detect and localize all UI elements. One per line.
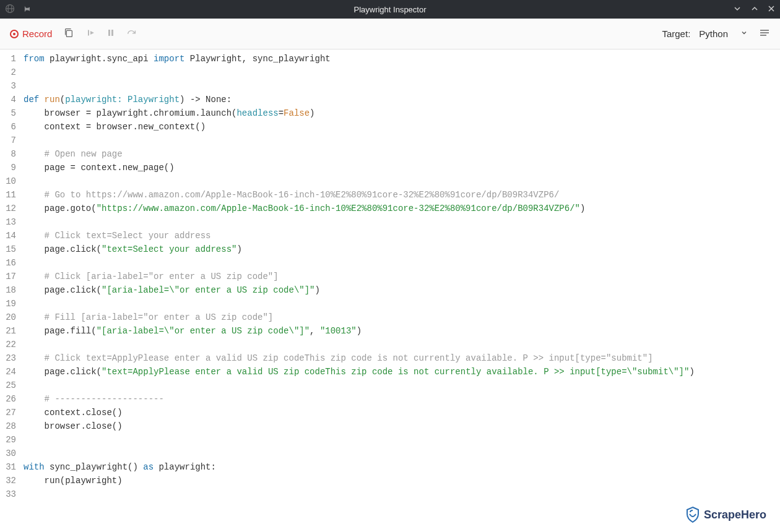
record-icon bbox=[10, 30, 19, 38]
line-number: 8 bbox=[0, 147, 16, 161]
code-line[interactable] bbox=[21, 379, 780, 392]
toolbar-left: Record bbox=[10, 27, 137, 40]
target-dropdown[interactable]: Python bbox=[699, 28, 728, 39]
code-line[interactable] bbox=[21, 134, 780, 147]
code-line[interactable]: page.goto("https://www.amazon.com/Apple-… bbox=[21, 202, 780, 215]
svg-rect-5 bbox=[111, 30, 113, 36]
code-line[interactable] bbox=[21, 433, 780, 447]
code-line[interactable] bbox=[21, 79, 780, 93]
titlebar: Playwright Inspector bbox=[0, 0, 780, 19]
line-number: 20 bbox=[0, 311, 16, 324]
code-editor[interactable]: 1234567891011121314151617181920212223242… bbox=[0, 49, 780, 532]
list-icon[interactable] bbox=[759, 28, 770, 39]
play-icon[interactable] bbox=[85, 28, 95, 40]
copy-icon[interactable] bbox=[63, 27, 74, 40]
line-number: 27 bbox=[0, 406, 16, 419]
code-line[interactable] bbox=[21, 174, 780, 188]
line-number: 21 bbox=[0, 324, 16, 338]
line-number: 16 bbox=[0, 256, 16, 270]
code-line[interactable]: page.click("text=ApplyPlease enter a val… bbox=[21, 365, 780, 379]
code-line[interactable] bbox=[21, 338, 780, 351]
line-number: 14 bbox=[0, 229, 16, 242]
globe-icon bbox=[5, 4, 15, 15]
scrapehero-logo: ScrapeHero bbox=[685, 506, 766, 523]
code-line[interactable]: # Open new page bbox=[21, 147, 780, 161]
code-line[interactable]: browser = playwright.chromium.launch(hea… bbox=[21, 106, 780, 120]
line-number: 15 bbox=[0, 242, 16, 256]
code-line[interactable]: from playwright.sync_api import Playwrig… bbox=[21, 52, 780, 66]
close-button[interactable] bbox=[768, 4, 775, 14]
code-line[interactable]: context.close() bbox=[21, 406, 780, 419]
code-line[interactable]: with sync_playwright() as playwright: bbox=[21, 460, 780, 474]
toolbar: Record Target: Python bbox=[0, 19, 780, 49]
line-number: 17 bbox=[0, 270, 16, 283]
minimize-button[interactable] bbox=[733, 4, 742, 15]
line-number: 5 bbox=[0, 106, 16, 120]
line-number: 31 bbox=[0, 460, 16, 474]
code-line[interactable]: # Click [aria-label="or enter a US zip c… bbox=[21, 270, 780, 283]
line-number: 23 bbox=[0, 351, 16, 365]
chevron-down-icon[interactable] bbox=[740, 29, 748, 38]
line-number: 26 bbox=[0, 392, 16, 406]
line-number: 24 bbox=[0, 365, 16, 379]
code-line[interactable]: # Go to https://www.amazon.com/Apple-Mac… bbox=[21, 188, 780, 202]
code-line[interactable] bbox=[21, 297, 780, 311]
line-number: 22 bbox=[0, 338, 16, 351]
line-number: 3 bbox=[0, 79, 16, 93]
code-line[interactable] bbox=[21, 256, 780, 270]
line-number: 29 bbox=[0, 433, 16, 447]
target-label: Target: bbox=[662, 28, 690, 39]
code-line[interactable] bbox=[21, 66, 780, 79]
line-number: 28 bbox=[0, 419, 16, 433]
line-number: 1 bbox=[0, 52, 16, 66]
code-line[interactable]: page.click("[aria-label=\"or enter a US … bbox=[21, 283, 780, 297]
code-line[interactable]: run(playwright) bbox=[21, 474, 780, 487]
window-title: Playwright Inspector bbox=[353, 5, 426, 14]
line-number: 7 bbox=[0, 134, 16, 147]
code-area[interactable]: from playwright.sync_api import Playwrig… bbox=[21, 49, 780, 532]
pause-icon[interactable] bbox=[106, 28, 115, 39]
record-button[interactable]: Record bbox=[10, 28, 52, 39]
line-number: 13 bbox=[0, 215, 16, 229]
pin-icon[interactable] bbox=[22, 4, 31, 15]
code-line[interactable]: page.click("text=Select your address") bbox=[21, 242, 780, 256]
line-number: 6 bbox=[0, 120, 16, 134]
code-line[interactable]: browser.close() bbox=[21, 419, 780, 433]
line-number: 10 bbox=[0, 174, 16, 188]
line-number: 11 bbox=[0, 188, 16, 202]
code-line[interactable]: # Click text=ApplyPlease enter a valid U… bbox=[21, 351, 780, 365]
code-line[interactable] bbox=[21, 487, 780, 501]
svg-rect-4 bbox=[108, 30, 110, 36]
code-line[interactable]: page = context.new_page() bbox=[21, 161, 780, 174]
step-icon[interactable] bbox=[126, 28, 137, 40]
code-line[interactable]: # --------------------- bbox=[21, 392, 780, 406]
code-line[interactable] bbox=[21, 215, 780, 229]
code-line[interactable]: page.fill("[aria-label=\"or enter a US z… bbox=[21, 324, 780, 338]
line-number: 33 bbox=[0, 487, 16, 501]
line-number: 4 bbox=[0, 93, 16, 106]
code-line[interactable]: # Fill [aria-label="or enter a US zip co… bbox=[21, 311, 780, 324]
code-line[interactable]: def run(playwright: Playwright) -> None: bbox=[21, 93, 780, 106]
titlebar-left bbox=[5, 4, 31, 15]
line-number: 32 bbox=[0, 474, 16, 487]
line-number: 30 bbox=[0, 447, 16, 460]
line-number: 12 bbox=[0, 202, 16, 215]
line-number: 25 bbox=[0, 379, 16, 392]
target-value: Python bbox=[699, 28, 728, 39]
code-line[interactable] bbox=[21, 447, 780, 460]
svg-rect-3 bbox=[67, 30, 72, 36]
record-label: Record bbox=[22, 28, 52, 39]
window-controls bbox=[733, 4, 775, 15]
code-line[interactable]: # Click text=Select your address bbox=[21, 229, 780, 242]
line-number: 2 bbox=[0, 66, 16, 79]
logo-text: ScrapeHero bbox=[704, 508, 766, 521]
maximize-button[interactable] bbox=[750, 4, 759, 15]
code-line[interactable]: context = browser.new_context() bbox=[21, 120, 780, 134]
toolbar-right: Target: Python bbox=[662, 28, 770, 39]
line-gutter: 1234567891011121314151617181920212223242… bbox=[0, 49, 21, 532]
line-number: 18 bbox=[0, 283, 16, 297]
line-number: 19 bbox=[0, 297, 16, 311]
line-number: 9 bbox=[0, 161, 16, 174]
